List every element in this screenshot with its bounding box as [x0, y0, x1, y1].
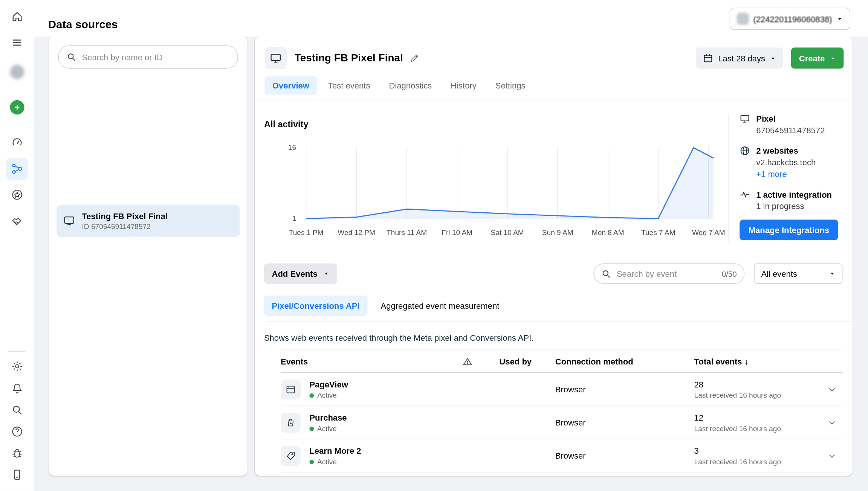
- rail-divider: [8, 351, 26, 352]
- total-events-value: 12: [694, 412, 821, 423]
- settings-gear-icon[interactable]: [6, 355, 28, 377]
- event-source-tabs: Pixel/Conversions API Aggregated event m…: [264, 296, 506, 316]
- source-list-item[interactable]: Testing FB Pixel Final ID 67054591147857…: [57, 205, 240, 237]
- browser-window-icon: [286, 384, 295, 394]
- last-received: Last received 16 hours ago: [694, 424, 821, 433]
- calendar-icon: [703, 53, 713, 63]
- integrations-info-row: 1 active integration 1 in progress: [740, 189, 846, 212]
- chevron-down-icon: [836, 15, 843, 22]
- notifications-bell-icon[interactable]: [6, 377, 28, 400]
- chevron-down-icon: [829, 271, 835, 277]
- pixel-info-row: Pixel 670545911478572: [740, 113, 846, 136]
- create-button[interactable]: Create: [791, 47, 844, 69]
- website-domain: v2.hackcbs.tech: [756, 157, 816, 168]
- events-table: Events Used by Connection method Total e…: [281, 350, 843, 473]
- tab-pixel-conversions-api[interactable]: Pixel/Conversions API: [264, 296, 367, 316]
- search-icon: [66, 52, 76, 62]
- x-axis-tick: Sun 9 AM: [533, 229, 582, 237]
- status-dot: [309, 393, 314, 398]
- event-status: Active: [317, 457, 337, 466]
- activity-line-chart: [306, 147, 714, 222]
- header-used-by: Used by: [499, 357, 555, 366]
- more-websites-link[interactable]: +1 more: [756, 168, 816, 180]
- x-axis-tick: Tues 1 PM: [281, 229, 331, 237]
- tab-overview[interactable]: Overview: [264, 76, 317, 95]
- tab-aggregated-event-measurement[interactable]: Aggregated event measurement: [374, 296, 506, 316]
- main-card: Testing FB Pixel Final Last 28 days Crea…: [255, 37, 853, 476]
- integrations-label: 1 active integration: [756, 189, 832, 200]
- left-rail: [0, 0, 34, 491]
- overview-gauge-icon[interactable]: [6, 131, 28, 153]
- partnerships-handshake-icon[interactable]: [6, 210, 28, 232]
- date-range-button[interactable]: Last 28 days: [696, 47, 783, 69]
- menu-icon[interactable]: [6, 32, 28, 54]
- table-row: Learn More 2 Active Browser 3 Last recei…: [281, 439, 843, 473]
- info-divider: [728, 114, 728, 242]
- connection-method: Browser: [555, 418, 694, 427]
- activity-chart: [306, 147, 714, 222]
- tab-settings[interactable]: Settings: [487, 76, 533, 95]
- tab-history[interactable]: History: [443, 76, 484, 95]
- shopping-bag-icon: [286, 418, 295, 427]
- main-tabs: OverviewTest eventsDiagnosticsHistorySet…: [264, 76, 533, 95]
- source-name: Testing FB Pixel Final: [82, 210, 167, 221]
- tab-test-events[interactable]: Test events: [320, 76, 378, 95]
- add-events-button[interactable]: Add Events: [264, 263, 337, 284]
- event-filter-dropdown[interactable]: All events: [754, 263, 842, 284]
- chevron-down-icon[interactable]: [821, 385, 843, 394]
- pixel-title: Testing FB Pixel Final: [295, 52, 403, 64]
- edit-title-icon[interactable]: [410, 53, 419, 63]
- x-axis-tick: Mon 8 AM: [583, 229, 633, 237]
- search-icon[interactable]: [6, 399, 28, 421]
- activity-pulse-icon: [740, 189, 750, 212]
- header-total-events[interactable]: Total events ↓: [694, 357, 821, 366]
- x-axis-tick: Tues 7 AM: [633, 229, 683, 237]
- event-search-input[interactable]: [616, 268, 717, 279]
- warning-icon: [463, 357, 499, 366]
- account-selector[interactable]: (2242201196060838): [729, 8, 850, 30]
- pixel-id: 670545911478572: [756, 125, 825, 136]
- manage-integrations-button[interactable]: Manage Integrations: [740, 220, 838, 240]
- total-events-value: 3: [694, 445, 821, 456]
- search-counter: 0/50: [722, 269, 737, 278]
- add-events-label: Add Events: [272, 269, 317, 278]
- pixel-info-panel: Pixel 670545911478572 2 websites v2.hack…: [740, 113, 846, 240]
- account-avatar[interactable]: [6, 61, 28, 83]
- last-received: Last received 16 hours ago: [694, 457, 821, 466]
- y-axis-tick: 16: [271, 143, 296, 152]
- events-table-header: Events Used by Connection method Total e…: [281, 350, 843, 373]
- x-axis-tick: Fri 10 AM: [432, 229, 482, 237]
- source-search-input[interactable]: [81, 52, 230, 62]
- account-avatar-thumb: [737, 13, 749, 25]
- chevron-down-icon[interactable]: [821, 451, 843, 460]
- account-label: (2242201196060838): [753, 14, 832, 23]
- source-search[interactable]: [58, 45, 238, 69]
- chevron-down-icon[interactable]: [821, 418, 843, 427]
- event-name: Learn More 2: [309, 445, 463, 456]
- chevron-down-icon: [770, 55, 776, 61]
- help-icon[interactable]: [6, 421, 28, 443]
- x-axis-tick: Sat 10 AM: [483, 229, 532, 237]
- home-icon[interactable]: [6, 6, 28, 28]
- last-received: Last received 16 hours ago: [694, 391, 821, 400]
- bug-report-icon[interactable]: [6, 442, 28, 464]
- event-search[interactable]: 0/50: [593, 263, 744, 284]
- chevron-down-icon: [830, 55, 836, 61]
- tabs-divider: [255, 101, 853, 101]
- header-events: Events: [281, 357, 463, 366]
- data-sources-icon[interactable]: [6, 158, 28, 180]
- star-icon[interactable]: [6, 184, 28, 206]
- status-dot: [309, 426, 314, 431]
- websites-label: 2 websites: [756, 145, 816, 157]
- globe-icon: [740, 145, 750, 180]
- integrations-sub: 1 in progress: [756, 200, 832, 212]
- websites-info-row: 2 websites v2.hackcbs.tech +1 more: [740, 145, 846, 180]
- sort-descending-icon: ↓: [744, 357, 749, 366]
- create-plus-icon[interactable]: [6, 96, 28, 119]
- main-header: Testing FB Pixel Final Last 28 days Crea…: [264, 47, 844, 69]
- x-axis-tick: Wed 7 AM: [684, 229, 734, 237]
- mobile-device-icon[interactable]: [6, 464, 28, 486]
- create-label: Create: [799, 53, 825, 63]
- event-status: Active: [317, 391, 337, 400]
- tab-diagnostics[interactable]: Diagnostics: [381, 76, 440, 95]
